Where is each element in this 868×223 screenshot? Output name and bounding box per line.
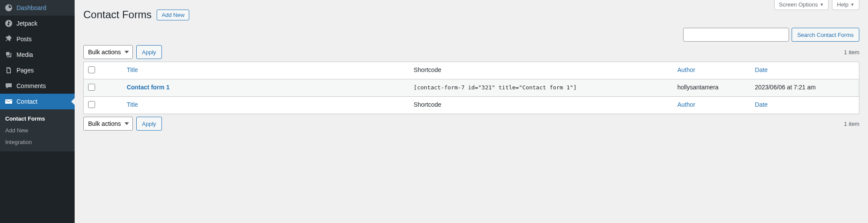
sidebar-item-label: Jetpack [16, 20, 37, 27]
shortcode-input[interactable] [414, 84, 669, 91]
search-box: Search Contact Forms [83, 28, 859, 42]
submenu-item-integration[interactable]: Integration [0, 136, 75, 148]
screen-options-button[interactable]: Screen Options ▼ [774, 0, 829, 10]
sidebar-item-label: Posts [16, 36, 32, 43]
bulk-apply-button[interactable]: Apply [136, 45, 162, 59]
row-checkbox[interactable] [88, 84, 95, 91]
sidebar-item-label: Media [16, 51, 33, 58]
author-cell: hollysantamera [673, 79, 751, 97]
column-author[interactable]: Author [677, 101, 695, 108]
bulk-action-select[interactable]: Bulk actions [83, 45, 133, 59]
select-all-checkbox-bottom[interactable] [88, 101, 95, 108]
add-new-button[interactable]: Add New [157, 10, 189, 20]
chevron-down-icon: ▼ [819, 2, 824, 7]
sidebar-item-contact[interactable]: Contact [0, 94, 75, 109]
column-title[interactable]: Title [127, 66, 138, 73]
item-count-bottom: 1 item [844, 121, 859, 127]
submenu-item-add-new[interactable]: Add New [0, 125, 75, 136]
tablenav-top: Bulk actions Apply 1 item [83, 45, 859, 59]
sidebar-item-label: Contact [16, 98, 37, 105]
table-header-row: Title Shortcode Author Date [84, 62, 859, 79]
column-date[interactable]: Date [755, 101, 768, 108]
table-row: Contact form 1 hollysantamera 2023/06/06… [84, 79, 859, 97]
screen-meta: Screen Options ▼ Help ▼ [774, 0, 859, 10]
page-heading: Contact Forms Add New [83, 9, 859, 21]
pages-icon [4, 66, 13, 75]
column-author[interactable]: Author [677, 66, 695, 73]
column-date[interactable]: Date [755, 66, 768, 73]
page-title: Contact Forms [83, 9, 151, 21]
main-content: Screen Options ▼ Help ▼ Contact Forms Ad… [75, 0, 868, 223]
search-input[interactable] [683, 28, 789, 42]
bulk-actions: Bulk actions Apply [83, 45, 162, 59]
select-all-checkbox[interactable] [88, 66, 95, 73]
admin-sidebar: Dashboard Jetpack Posts Media Pages Comm… [0, 0, 75, 223]
table-footer-row: Title Shortcode Author Date [84, 97, 859, 114]
column-shortcode: Shortcode [414, 66, 441, 73]
bulk-action-select-bottom[interactable]: Bulk actions [83, 117, 133, 131]
help-button[interactable]: Help ▼ [832, 0, 859, 10]
search-submit-button[interactable]: Search Contact Forms [792, 28, 859, 42]
forms-table: Title Shortcode Author Date Contact form… [83, 62, 859, 114]
sidebar-item-jetpack[interactable]: Jetpack [0, 16, 75, 31]
pin-icon [4, 35, 13, 43]
bulk-apply-button-bottom[interactable]: Apply [136, 117, 162, 131]
sidebar-item-comments[interactable]: Comments [0, 78, 75, 94]
tablenav-bottom: Bulk actions Apply 1 item [83, 117, 859, 131]
screen-options-label: Screen Options [779, 1, 818, 8]
sidebar-item-media[interactable]: Media [0, 47, 75, 62]
date-cell: 2023/06/06 at 7:21 am [750, 79, 859, 97]
item-count: 1 item [844, 49, 859, 56]
bulk-actions-bottom: Bulk actions Apply [83, 117, 162, 131]
chevron-down-icon: ▼ [850, 2, 855, 7]
column-shortcode: Shortcode [414, 101, 441, 108]
mail-icon [4, 97, 13, 106]
sidebar-item-posts[interactable]: Posts [0, 31, 75, 47]
sidebar-item-label: Pages [16, 67, 34, 74]
sidebar-item-label: Comments [16, 82, 46, 89]
help-label: Help [837, 1, 848, 8]
sidebar-submenu: Contact Forms Add New Integration [0, 109, 75, 151]
sidebar-item-label: Dashboard [16, 4, 46, 11]
sidebar-item-pages[interactable]: Pages [0, 62, 75, 78]
submenu-item-contact-forms[interactable]: Contact Forms [0, 113, 75, 125]
jetpack-icon [4, 19, 13, 28]
sidebar-item-dashboard[interactable]: Dashboard [0, 0, 75, 16]
column-title[interactable]: Title [127, 101, 138, 108]
dashboard-icon [4, 3, 13, 12]
form-title-link[interactable]: Contact form 1 [127, 84, 170, 91]
comments-icon [4, 82, 13, 90]
media-icon [4, 50, 13, 59]
